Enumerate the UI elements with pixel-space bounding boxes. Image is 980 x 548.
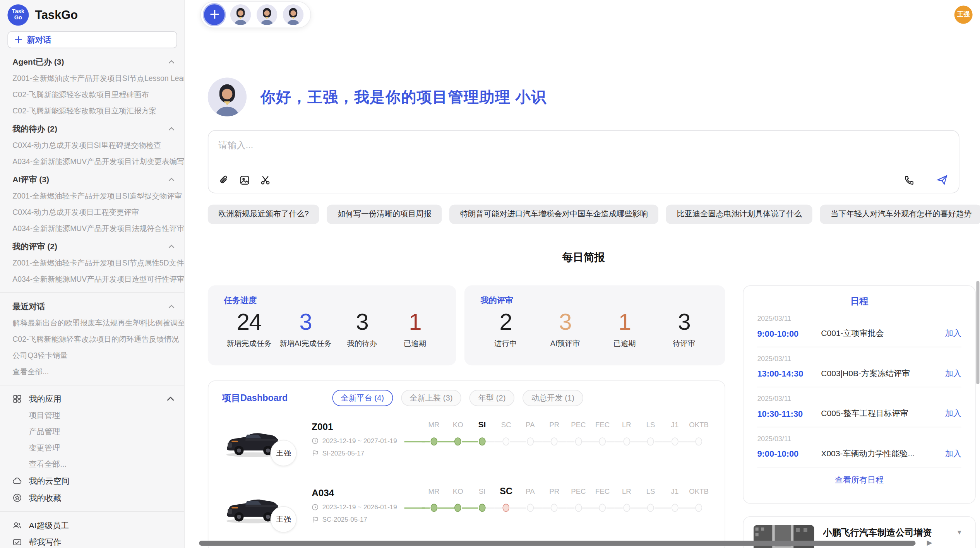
- horizontal-scrollbar[interactable]: [199, 541, 915, 546]
- sidebar-task-item[interactable]: C02-飞腾新能源轻客改款项目里程碑画布: [0, 86, 184, 103]
- chevron-up-icon[interactable]: [166, 394, 175, 404]
- sidebar-task-item[interactable]: A034-全新新能源MUV产品开发项目法规符合性评审: [0, 220, 184, 236]
- paperclip-icon[interactable]: [218, 175, 230, 186]
- add-member-button[interactable]: [204, 4, 224, 25]
- recent-chat-item[interactable]: 解释最新出台的欧盟报废车法规再生塑料比例被调至15%...: [0, 315, 184, 331]
- milestone-label: PA: [526, 420, 535, 430]
- schedule-title-text: C005-整车工程目标评审: [821, 408, 945, 419]
- plus-icon: [14, 36, 22, 44]
- sidebar-item-my-apps[interactable]: 我的应用: [0, 390, 184, 408]
- vertical-scrollbar[interactable]: [976, 281, 979, 384]
- milestone-dot: [696, 504, 702, 512]
- sidebar-item-cloud[interactable]: 我的云空间: [0, 473, 184, 490]
- sidebar-task-item[interactable]: C02-飞腾新能源轻客改款项目立项汇报方案: [0, 103, 184, 119]
- app-item[interactable]: 变更管理: [0, 440, 184, 456]
- sidebar-task-item[interactable]: Z001-全新燃油轻卡产品开发项目SI造型提交物评审: [0, 188, 184, 204]
- sidebar-task-item[interactable]: Z001-全新燃油皮卡产品开发项目SI节点Lesson Learn报告: [0, 70, 184, 86]
- sidebar-section-header[interactable]: Agent已办 (3): [0, 53, 184, 70]
- app-item[interactable]: 产品管理: [0, 424, 184, 440]
- new-chat-button[interactable]: 新对话: [7, 31, 177, 48]
- schedule-card: 日程 2025/03/119:00-10:00C001-立项审批会加入2025/…: [743, 285, 976, 503]
- milestone-label: SC: [500, 486, 512, 496]
- view-all-apps-link[interactable]: 查看全部...: [0, 456, 184, 473]
- dashboard-tab[interactable]: 年型 (2): [469, 390, 514, 406]
- sidebar-my-apps: 我的应用项目管理产品管理变更管理查看全部...我的云空间我的收藏: [0, 390, 184, 506]
- phone-icon[interactable]: [904, 174, 915, 185]
- milestone-dot: [454, 437, 461, 445]
- schedule-time: 10:30-11:30: [757, 409, 821, 418]
- sidebar-task-item[interactable]: C0X4-动力总成开发项目工程变更评审: [0, 204, 184, 220]
- member-avatar[interactable]: [230, 4, 251, 25]
- dashboard-tab[interactable]: 全新上装 (3): [401, 390, 461, 406]
- app-item[interactable]: 项目管理: [0, 408, 184, 424]
- sidebar-tool-item[interactable]: 帮我写作: [0, 534, 184, 548]
- scroll-down-arrow-icon[interactable]: ▼: [956, 529, 963, 536]
- sidebar-item-star[interactable]: 我的收藏: [0, 489, 184, 506]
- dashboard-tab[interactable]: 全新平台 (4): [332, 390, 392, 406]
- clock-icon: [312, 437, 319, 444]
- stat-card-title: 任务进度: [224, 295, 440, 306]
- project-list: 王强Z0012023-12-19 ~ 2027-01-19SI-2025-05-…: [222, 419, 711, 548]
- join-link[interactable]: 加入: [945, 448, 961, 459]
- milestone-dot: [551, 437, 558, 445]
- project-code: Z001: [312, 421, 406, 432]
- sidebar-task-item[interactable]: C0X4-动力总成开发项目SI里程碑提交物检查: [0, 137, 184, 153]
- dashboard-tab[interactable]: 动总开发 (1): [523, 390, 583, 406]
- join-link[interactable]: 加入: [945, 328, 961, 339]
- chat-input-placeholder: 请输入...: [218, 140, 949, 152]
- milestone-label: J1: [671, 420, 679, 430]
- view-all-schedule-link[interactable]: 查看所有日程: [757, 474, 961, 486]
- sidebar-section-header[interactable]: AI评审 (3): [0, 171, 184, 188]
- chevron-up-icon[interactable]: [168, 243, 175, 250]
- milestone: OKTB: [687, 420, 711, 445]
- milestone: LS: [639, 486, 663, 512]
- milestone-label: SI: [479, 486, 486, 496]
- user-avatar[interactable]: 王强: [954, 5, 973, 24]
- view-all-chats-link[interactable]: 查看全部...: [0, 363, 184, 380]
- milestone-label: OKTB: [689, 420, 709, 430]
- sidebar-task-item[interactable]: Z001-全新燃油轻卡产品开发项目SI节点属性5D文件评审: [0, 255, 184, 271]
- suggestion-chip[interactable]: 比亚迪全固态电池计划具体说了什么: [666, 205, 812, 224]
- right-column: 日程 2025/03/119:00-10:00C001-立项审批会加入2025/…: [743, 285, 976, 548]
- sidebar-tool-item[interactable]: AI超级员工: [0, 517, 184, 534]
- member-avatar[interactable]: [257, 4, 277, 25]
- milestone-label: LR: [622, 486, 631, 496]
- sidebar-task-item[interactable]: A034-全新新能源MUV产品开发项目造型可行性评审: [0, 271, 184, 287]
- image-icon[interactable]: [239, 175, 250, 186]
- schedule-time: 13:00-14:30: [757, 369, 821, 378]
- chevron-up-icon[interactable]: [168, 176, 175, 183]
- join-link[interactable]: 加入: [945, 408, 961, 419]
- recent-chat-item[interactable]: C02-飞腾新能源轻客改款项目的闭环通告反馈情况: [0, 331, 184, 347]
- suggestion-chip[interactable]: 特朗普可能对进口汽车增税会对中国车企造成哪些影响: [450, 205, 659, 224]
- sidebar-recent-chats: 最近对话解释最新出台的欧盟报废车法规再生塑料比例被调至15%...C02-飞腾新…: [0, 298, 184, 380]
- recent-chat-item[interactable]: 公司Q3轻卡销量: [0, 347, 184, 363]
- section-label: 我的评审 (2): [12, 241, 57, 252]
- scroll-right-arrow-icon[interactable]: ▶: [927, 539, 932, 547]
- join-link[interactable]: 加入: [945, 368, 961, 379]
- stat-cards: 任务进度24新增完成任务3新增AI完成任务3我的待办1已逾期我的评审2进行中3A…: [208, 285, 725, 365]
- sidebar-task-item[interactable]: A034-全新新能源MUV产品开发项目计划变更表编写: [0, 153, 184, 170]
- project-dates-text: 2023-12-19 ~ 2027-01-19: [322, 437, 397, 444]
- sidebar-section-header[interactable]: 我的待办 (2): [0, 120, 184, 137]
- stat-value: 3: [279, 309, 332, 336]
- flag-icon: [312, 450, 319, 457]
- scissors-icon[interactable]: [260, 175, 271, 186]
- chevron-up-icon[interactable]: [168, 58, 175, 65]
- chat-input-card[interactable]: 请输入...: [208, 130, 959, 193]
- sidebar-task-sections: Agent已办 (3)Z001-全新燃油皮卡产品开发项目SI节点Lesson L…: [0, 53, 184, 287]
- chevron-up-icon[interactable]: [168, 125, 175, 132]
- milestone: OKTB: [687, 486, 711, 512]
- suggestion-chip[interactable]: 欧洲新规最近颁布了什么?: [208, 205, 320, 224]
- suggestion-chip[interactable]: 如何写一份清晰的项目周报: [327, 205, 442, 224]
- chevron-up-icon[interactable]: [168, 303, 175, 310]
- app-title: TaskGo: [35, 8, 176, 22]
- section-label: Agent已办 (3): [12, 56, 64, 67]
- send-icon[interactable]: [936, 174, 948, 186]
- milestone: PA: [518, 486, 542, 512]
- sidebar-section-header[interactable]: 我的评审 (2): [0, 238, 184, 255]
- member-avatar[interactable]: [283, 4, 303, 25]
- suggestion-chip[interactable]: 当下年轻人对汽车外观有怎样的喜好趋势: [820, 205, 980, 224]
- sidebar-section-header[interactable]: 最近对话: [0, 298, 184, 315]
- milestone-dot: [599, 504, 606, 512]
- milestone-label: J1: [671, 486, 679, 496]
